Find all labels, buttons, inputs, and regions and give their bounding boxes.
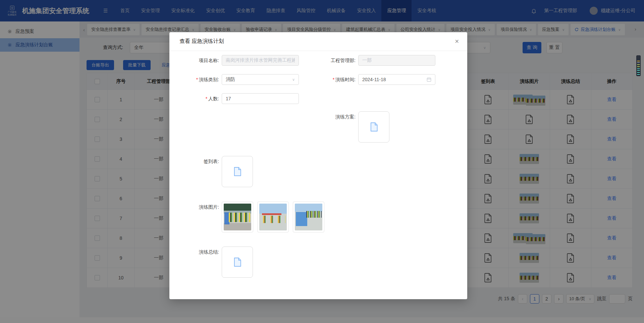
drill-plan-label: 演练方案: (309, 111, 356, 122)
drill-plan-file-field: 演练方案: (309, 111, 389, 143)
close-icon[interactable]: ✕ (455, 39, 459, 44)
modal-body: 项目名称: 南岗河排涝片排水管网完善工程施工 工程管理部: 一部 *演练类别: … (169, 51, 467, 299)
required-mark: * (206, 96, 207, 101)
management-dept-field: 工程管理部: 一部 (309, 55, 435, 66)
document-file-icon (233, 167, 241, 176)
project-name-input: 南岗河排涝片排水管网完善工程施工 (222, 55, 299, 66)
drill-photo-3[interactable] (293, 202, 324, 232)
drill-summary-field: 演练总结: (172, 247, 253, 278)
management-dept-label: 工程管理部: (309, 55, 356, 66)
headcount-label: 人数: (208, 96, 219, 101)
drill-photo-2[interactable] (257, 202, 289, 232)
chevron-down-icon: ∨ (292, 77, 295, 82)
drill-summary-file[interactable] (222, 247, 253, 278)
drill-photo-image (295, 204, 322, 230)
project-name-label: 项目名称: (172, 55, 219, 66)
browser-extension-widget[interactable] (636, 55, 641, 76)
project-name-field: 项目名称: 南岗河排涝片排水管网完善工程施工 (172, 55, 299, 66)
drill-time-field: *演练时间: 2024-11-18 (309, 74, 435, 85)
signin-sheet-field: 签到表: (172, 156, 253, 187)
required-mark: * (196, 77, 198, 82)
drill-summary-label: 演练总结: (172, 247, 219, 257)
drill-time-input[interactable]: 2024-11-18 (358, 74, 435, 85)
modal-header: 查看 应急演练计划 ✕ (169, 32, 467, 51)
drill-time-label: 演练时间: (335, 77, 356, 82)
calendar-icon (427, 77, 431, 82)
drill-plan-file[interactable] (358, 111, 389, 143)
drill-photo-1[interactable] (222, 202, 253, 232)
required-mark: * (333, 77, 334, 82)
drill-photos-field: 演练图片: (172, 202, 328, 232)
drill-photo-image (259, 204, 287, 230)
headcount-input[interactable]: 17 (222, 93, 299, 104)
signin-sheet-label: 签到表: (172, 156, 219, 167)
management-dept-input: 一部 (358, 55, 435, 66)
drill-type-select[interactable]: 消防∨ (222, 74, 299, 85)
document-file-icon (233, 257, 241, 267)
document-file-icon (370, 122, 378, 132)
view-drill-plan-modal: 查看 应急演练计划 ✕ 项目名称: 南岗河排涝片排水管网完善工程施工 工程管理部… (169, 32, 467, 299)
signin-sheet-file[interactable] (222, 156, 253, 187)
drill-photo-image (224, 204, 251, 230)
drill-type-label: 演练类别: (199, 77, 219, 82)
headcount-field: *人数: 17 (172, 93, 299, 104)
drill-photos-label: 演练图片: (172, 202, 219, 212)
drill-type-field: *演练类别: 消防∨ (172, 74, 299, 85)
modal-title: 查看 应急演练计划 (179, 38, 224, 45)
app-screen: 广州建筑 机施集团 机施集团安全管理系统 ☰ 首页 安全管理 安全标准化 安全创… (0, 0, 644, 323)
